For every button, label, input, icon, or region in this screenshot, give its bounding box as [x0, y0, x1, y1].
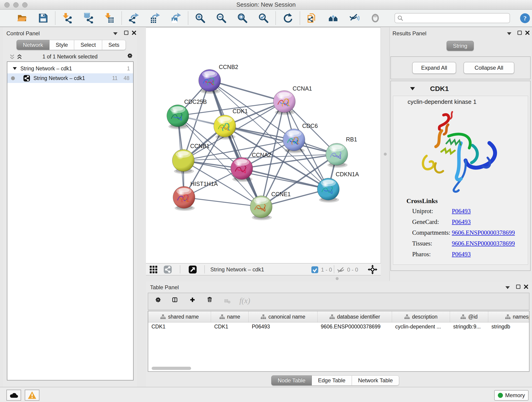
collection-expand-icon[interactable] — [13, 67, 17, 70]
network-collection-row[interactable]: String Network – cdk1 1 — [7, 64, 133, 73]
edge-CCNA2-CDKN1A[interactable] — [242, 168, 328, 189]
hidden-eye-icon[interactable] — [337, 267, 345, 274]
search-field[interactable] — [394, 13, 510, 23]
import-table-button[interactable] — [104, 13, 115, 24]
network-options-gear-icon[interactable] — [127, 53, 133, 59]
network-view-toolbar: String Network – cdk1 1 - 0 0 - 0 — [146, 263, 381, 275]
birdseye-view-icon[interactable] — [188, 265, 197, 275]
first-neighbors-button[interactable] — [328, 13, 339, 24]
column-header-@id[interactable]: @id — [450, 311, 488, 322]
crosslink-value-link[interactable]: P06493 — [452, 208, 471, 215]
edge-HIST1H1A-CCNE1[interactable] — [184, 197, 261, 207]
results-panel-close-icon[interactable] — [525, 30, 530, 36]
node-CDK1[interactable]: CDK1 — [214, 108, 248, 140]
zoom-in-button[interactable] — [195, 13, 206, 24]
column-header-namespace[interactable]: namespace — [488, 311, 530, 322]
gene-section-header[interactable]: CDK1 — [392, 82, 529, 95]
toolbar-group — [122, 13, 188, 24]
search-input[interactable] — [405, 14, 510, 22]
table-cell[interactable]: stringdb:9... — [450, 324, 488, 330]
results-panel-title: Results Panel — [393, 30, 426, 37]
node-CCNB2[interactable]: CCNB2 — [199, 64, 238, 94]
results-panel-float-icon[interactable] — [517, 30, 523, 36]
table-panel-collapse-icon[interactable] — [505, 285, 510, 291]
help-button[interactable]: ? — [520, 13, 530, 23]
string-network-graph[interactable]: CCNB2CCNA1CDC25BCDK1CDC6RB1CCNB1CCNA2CDK… — [146, 28, 380, 263]
table-cell[interactable]: 9606.ENSP00000378699 — [317, 324, 392, 330]
table-cell[interactable]: stringdb — [488, 324, 530, 330]
zoom-out-button[interactable] — [216, 13, 227, 24]
import-network-file-icon — [62, 13, 73, 23]
network-canvas[interactable]: CCNB2CCNA1CDC25BCDK1CDC6RB1CCNB1CCNA2CDK… — [146, 27, 381, 263]
delete-column-icon[interactable] — [207, 297, 213, 303]
column-header-name[interactable]: name — [211, 311, 249, 322]
tab-edge-table[interactable]: Edge Table — [312, 375, 352, 385]
selected-checkbox-icon[interactable] — [311, 266, 318, 274]
results-panel-collapse-icon[interactable] — [506, 31, 512, 37]
node-CCNA1[interactable]: CCNA1 — [273, 85, 312, 115]
tab-network-table[interactable]: Network Table — [352, 375, 399, 385]
apply-layout-button[interactable] — [282, 13, 293, 24]
column-header-description[interactable]: description — [392, 311, 450, 322]
table-gear-icon[interactable] — [155, 297, 161, 303]
new-network-from-selection-button[interactable] — [307, 13, 317, 24]
hide-selection-button[interactable] — [349, 13, 360, 24]
table-cell[interactable]: cyclin-dependent ... — [392, 324, 450, 330]
open-session-button[interactable] — [17, 13, 27, 24]
table-cell[interactable]: CDK1 — [148, 324, 211, 330]
crosslink-value-link[interactable]: P06493 — [452, 251, 471, 258]
network-row-selected[interactable]: String Network – cdk1 11 48 — [7, 73, 133, 83]
fit-crosshair-icon[interactable] — [368, 265, 377, 275]
warnings-button[interactable] — [25, 390, 39, 401]
horizontal-splitter-handle[interactable] — [336, 277, 339, 280]
column-header-shared-name[interactable]: shared name — [148, 311, 211, 322]
grid-view-icon[interactable] — [149, 265, 158, 275]
table-row[interactable]: CDK1CDK1P064939606.ENSP00000378699cyclin… — [148, 322, 529, 331]
import-network-file-button[interactable] — [62, 13, 73, 24]
import-network-database-button[interactable] — [83, 13, 94, 24]
tab-select[interactable]: Select — [74, 40, 102, 50]
show-all-button[interactable] — [370, 13, 381, 24]
crosslink-value-link[interactable]: 9606.ENSP00000378699 — [452, 229, 515, 236]
table-panel-close-icon[interactable] — [523, 284, 529, 290]
column-header-canonical-name[interactable]: canonical name — [249, 311, 317, 322]
node-CCNB1[interactable]: CCNB1 — [172, 143, 210, 174]
control-panel-collapse-icon[interactable] — [112, 31, 118, 37]
crosslink-value-link[interactable]: 9606.ENSP00000378699 — [452, 240, 515, 247]
cloud-button[interactable] — [6, 390, 21, 401]
tab-node-table[interactable]: Node Table — [271, 375, 312, 385]
table-cell[interactable]: CDK1 — [211, 324, 249, 330]
node-RB1[interactable]: RB1 — [326, 136, 357, 168]
export-table-button[interactable] — [149, 13, 160, 24]
network-share-toggle-icon[interactable] — [163, 265, 172, 275]
tab-style[interactable]: Style — [50, 40, 74, 50]
control-panel-close-icon[interactable] — [131, 30, 137, 36]
first-neighbors-icon — [328, 13, 338, 23]
vertical-splitter-handle[interactable] — [384, 153, 387, 156]
collapse-all-button[interactable]: Collapse All — [463, 62, 514, 74]
node-CDC25B[interactable]: CDC25B — [167, 99, 207, 129]
show-columns-icon[interactable] — [172, 297, 178, 303]
tab-sets[interactable]: Sets — [102, 40, 126, 50]
tab-string[interactable]: String — [447, 41, 474, 51]
tab-network[interactable]: Network — [17, 40, 50, 50]
crosslink-value-link[interactable]: P06493 — [452, 218, 471, 225]
node-CDKN1A[interactable]: CDKN1A — [317, 171, 359, 203]
memory-button[interactable]: Memory — [494, 390, 529, 401]
results-panel-tabs: String — [447, 41, 474, 51]
control-panel-float-icon[interactable] — [123, 30, 129, 36]
node-HIST1H1A[interactable]: HIST1H1A — [173, 181, 218, 211]
add-column-icon[interactable] — [190, 297, 196, 303]
table-cell[interactable]: P06493 — [249, 324, 317, 330]
gene-collapse-icon[interactable] — [410, 87, 415, 90]
expand-all-button[interactable]: Expand All — [412, 62, 456, 74]
zoom-fit-button[interactable] — [237, 13, 248, 24]
save-session-button[interactable] — [38, 13, 49, 24]
table-panel-float-icon[interactable] — [515, 284, 521, 290]
column-header-database-identifier[interactable]: database identifier — [317, 311, 392, 322]
export-image-button[interactable] — [171, 13, 181, 24]
export-network-button[interactable] — [128, 13, 139, 24]
node-label-CCNA2: CCNA2 — [252, 152, 271, 158]
zoom-selected-button[interactable] — [258, 13, 269, 24]
horizontal-scrollbar[interactable] — [152, 367, 191, 370]
